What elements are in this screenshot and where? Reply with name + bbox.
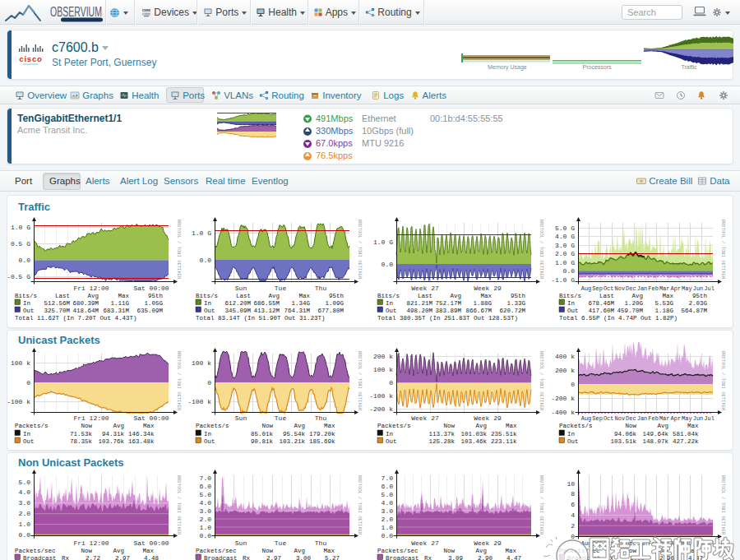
svg-text:Jul: Jul [704, 285, 715, 292]
svg-text:Packets/sec: Packets/sec [196, 548, 237, 554]
svg-text:330Mbps: 330Mbps [316, 126, 354, 136]
svg-text:Jun: Jun [693, 415, 704, 422]
svg-text:Oct: Oct [604, 415, 614, 422]
svg-text:2: 2 [571, 522, 575, 530]
svg-text:Max: Max [480, 293, 492, 299]
svg-text:200 k: 200 k [555, 367, 575, 374]
svg-text:Week 27: Week 27 [411, 539, 439, 547]
svg-text:Sun: Sun [235, 285, 247, 292]
svg-text:635.09M: 635.09M [136, 308, 163, 314]
svg-text:235.51k: 235.51k [491, 431, 517, 437]
svg-text:5.53G: 5.53G [654, 300, 673, 307]
svg-text:821.21M: 821.21M [406, 300, 432, 307]
svg-text:Week 27: Week 27 [411, 414, 439, 422]
svg-text:RRDTOOL / TOBI OETIKER: RRDTOOL / TOBI OETIKER [720, 351, 726, 411]
svg-text:Ethernet: Ethernet [362, 113, 396, 123]
svg-text:498.20M: 498.20M [406, 308, 432, 314]
svg-text:Now: Now [443, 423, 455, 429]
svg-text:Week 29: Week 29 [474, 539, 502, 547]
svg-text:Sat 00:00: Sat 00:00 [133, 285, 169, 292]
svg-text:581.04k: 581.04k [673, 431, 699, 437]
svg-text:4.48: 4.48 [144, 555, 159, 560]
svg-text:-1.0 G: -1.0 G [551, 276, 575, 284]
svg-text:149.64k: 149.64k [642, 431, 668, 437]
svg-text:RRDTOOL / TOBI OETIKER: RRDTOOL / TOBI OETIKER [176, 220, 182, 280]
svg-text:Jun: Jun [693, 285, 704, 292]
svg-text:78.35k: 78.35k [70, 438, 93, 445]
svg-text:Now: Now [261, 423, 273, 429]
svg-text:-100 k: -100 k [369, 392, 393, 400]
svg-text:Broadcast: Broadcast [204, 555, 238, 560]
svg-text:95th: 95th [148, 293, 163, 299]
svg-text:100 k: 100 k [11, 359, 30, 367]
svg-text:Tue: Tue [275, 539, 287, 547]
svg-text:In: In [204, 300, 211, 307]
svg-text:Out: Out [23, 308, 35, 314]
svg-text:2.90: 2.90 [478, 555, 493, 560]
svg-text:67.0kpps: 67.0kpps [316, 138, 353, 148]
svg-text:1.0 G: 1.0 G [373, 238, 393, 246]
svg-text:Aug: Aug [581, 285, 592, 292]
svg-text:0.0: 0.0 [382, 261, 394, 268]
svg-text:1.20G: 1.20G [624, 300, 643, 307]
svg-text:2.97: 2.97 [115, 555, 130, 560]
svg-text:Total 6.55P (In 4.74P Out: Total 6.55P (In 4.74P Out 1.82P) [559, 315, 678, 322]
svg-text:0.0: 0.0 [200, 257, 212, 264]
svg-text:103.51k: 103.51k [610, 438, 636, 445]
svg-text:383.89M: 383.89M [435, 308, 461, 314]
svg-text:Week 27: Week 27 [411, 285, 439, 292]
svg-text:1.0: 1.0 [19, 521, 31, 528]
svg-text:1.0 G: 1.0 G [555, 259, 575, 266]
svg-text:2.03G: 2.03G [688, 300, 707, 307]
svg-text:4.0: 4.0 [200, 499, 212, 507]
svg-text:Avg: Avg [294, 423, 305, 429]
svg-text:RRDTOOL / TOBI OETIKER: RRDTOOL / TOBI OETIKER [539, 475, 544, 535]
svg-text:3.09: 3.09 [448, 555, 463, 560]
svg-text:0.5 G: 0.5 G [11, 240, 30, 248]
svg-text:Total 380.35T (In 251.83T Ou: Total 380.35T (In 251.83T Out 128.53T) [377, 315, 518, 322]
svg-text:Broadcast: Broadcast [386, 555, 419, 560]
svg-text:RRDTOOL / TOBI OETIKER: RRDTOOL / TOBI OETIKER [539, 351, 544, 411]
svg-text:103.76k: 103.76k [98, 438, 124, 445]
svg-text:In: In [386, 300, 393, 307]
svg-text:0.0: 0.0 [382, 532, 394, 539]
svg-text:Last: Last [55, 293, 70, 299]
svg-text:413.12M: 413.12M [253, 308, 280, 314]
svg-text:1.34G: 1.34G [291, 300, 310, 307]
svg-text:1.09G: 1.09G [325, 300, 344, 307]
svg-text:866.67M: 866.67M [465, 308, 492, 314]
svg-text:Max: Max [687, 423, 699, 429]
svg-text:In: In [567, 431, 575, 437]
svg-text:95.54k: 95.54k [283, 431, 306, 437]
svg-text:94.31k: 94.31k [102, 431, 125, 437]
svg-text:Jan: Jan [637, 415, 648, 422]
svg-text:Fri 12:00: Fri 12:00 [73, 285, 109, 292]
svg-text:Now: Now [625, 423, 636, 429]
svg-text:Fri 12:00: Fri 12:00 [73, 414, 109, 422]
svg-text:4: 4 [571, 511, 575, 519]
svg-text:Out: Out [386, 438, 397, 445]
svg-text:Oct: Oct [604, 285, 614, 292]
svg-text:76.5kpps: 76.5kpps [316, 150, 353, 160]
svg-text:678.46M: 678.46M [588, 300, 614, 307]
svg-text:Avg: Avg [631, 293, 643, 299]
svg-text:223.11k: 223.11k [491, 438, 517, 445]
svg-text:677.80M: 677.80M [317, 308, 344, 314]
svg-text:Rx: Rx [424, 555, 432, 560]
svg-text:71.53k: 71.53k [70, 431, 93, 437]
svg-text:Sep: Sep [592, 285, 603, 292]
svg-text:2.72: 2.72 [86, 555, 100, 560]
svg-text:Apr: Apr [670, 285, 681, 292]
svg-text:Avg: Avg [475, 548, 487, 554]
svg-text:3.0: 3.0 [200, 507, 212, 515]
svg-text:179.20k: 179.20k [309, 431, 335, 437]
svg-text:200 k: 200 k [373, 353, 393, 360]
svg-text:Last: Last [418, 293, 432, 299]
svg-text:Thu: Thu [315, 539, 327, 547]
svg-text:103.46k: 103.46k [460, 438, 487, 445]
svg-text:Rx: Rx [62, 555, 70, 560]
svg-text:Out: Out [567, 438, 579, 445]
svg-text:-100 k: -100 k [187, 398, 211, 405]
svg-text:3.0 G: 3.0 G [555, 242, 575, 249]
svg-text:1.0 G: 1.0 G [11, 224, 30, 231]
